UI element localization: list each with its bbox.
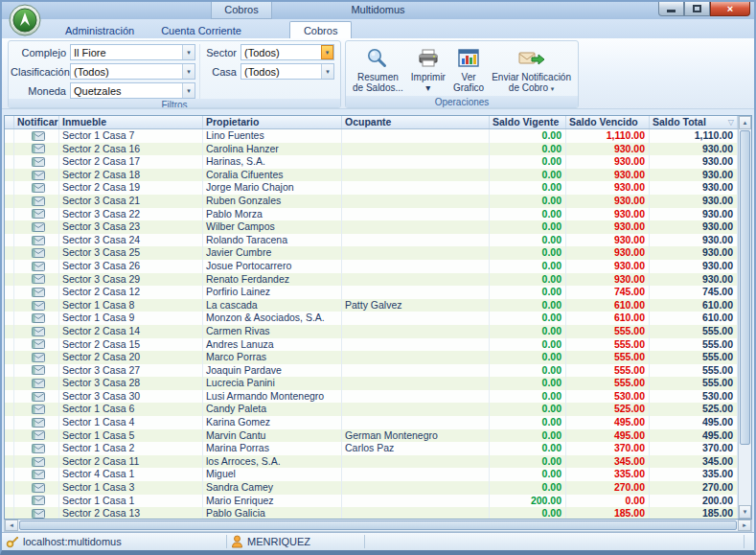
table-row[interactable]: Sector 2 Casa 14 Carmen Rivas 0.00 555.0… bbox=[5, 325, 738, 338]
notificar-cell[interactable] bbox=[14, 377, 59, 390]
table-row[interactable]: Sector 3 Casa 23 Wilber Campos 0.00 930.… bbox=[5, 220, 738, 234]
notificar-cell[interactable] bbox=[14, 246, 59, 260]
propietario-cell: Karina Gomez bbox=[203, 416, 342, 429]
notificar-cell[interactable] bbox=[14, 273, 59, 287]
notificar-cell[interactable] bbox=[14, 481, 59, 495]
table-row[interactable]: Sector 2 Casa 20 Marco Porras 0.00 555.0… bbox=[5, 351, 738, 364]
table-row[interactable]: Sector 1 Casa 8 La cascada Patty Galvez … bbox=[5, 299, 738, 312]
column-header-inmueble[interactable]: Inmueble bbox=[59, 116, 203, 128]
notificar-cell[interactable] bbox=[14, 468, 59, 481]
tab-cuenta-corriente[interactable]: Cuenta Corriente bbox=[148, 22, 255, 38]
column-header-ocupante[interactable]: Ocupante bbox=[342, 116, 490, 128]
table-row[interactable]: Sector 2 Casa 11 los Arroces, S.A. 0.00 … bbox=[5, 455, 738, 469]
notificar-cell[interactable] bbox=[14, 455, 59, 469]
notificar-cell[interactable] bbox=[14, 507, 59, 519]
notificar-cell[interactable] bbox=[14, 299, 59, 312]
table-row[interactable]: Sector 3 Casa 22 Pablo Morza 0.00 930.00… bbox=[5, 208, 738, 221]
notificar-cell[interactable] bbox=[14, 495, 59, 508]
table-row[interactable]: Sector 2 Casa 15 Andres Lanuza 0.00 555.… bbox=[5, 338, 738, 352]
table-row[interactable]: Sector 1 Casa 3 Sandra Camey 0.00 270.00… bbox=[5, 481, 738, 495]
notificar-cell[interactable] bbox=[14, 143, 59, 156]
horizontal-scrollbar[interactable]: ◄ ► bbox=[4, 520, 752, 532]
notificar-cell[interactable] bbox=[14, 312, 59, 325]
table-row[interactable]: Sector 3 Casa 29 Renato Ferdandez 0.00 9… bbox=[5, 273, 738, 287]
notificar-cell[interactable] bbox=[14, 403, 59, 416]
resumen-de-saldos-button[interactable]: Resumen de Saldos... bbox=[350, 43, 406, 96]
table-row[interactable]: Sector 1 Casa 2 Marina Porras Carlos Paz… bbox=[5, 442, 738, 455]
table-row[interactable]: Sector 2 Casa 17 Harinas, S.A. 0.00 930.… bbox=[5, 155, 738, 169]
chevron-down-icon[interactable]: ▾ bbox=[321, 45, 333, 59]
table-row[interactable]: Sector 2 Casa 16 Carolina Hanzer 0.00 93… bbox=[5, 143, 738, 156]
sector-combobox[interactable]: (Todos) ▾ bbox=[241, 44, 334, 60]
column-header-saldo-vencido[interactable]: Saldo Vencido bbox=[566, 116, 650, 128]
chevron-down-icon[interactable]: ▾ bbox=[321, 64, 333, 79]
table-row[interactable]: Sector 3 Casa 21 Ruben Gonzales 0.00 930… bbox=[5, 195, 738, 208]
column-header-propietario[interactable]: Propietario bbox=[203, 116, 342, 128]
close-button[interactable]: × bbox=[710, 2, 750, 16]
notificar-cell[interactable] bbox=[14, 181, 59, 195]
notificar-cell[interactable] bbox=[14, 208, 59, 221]
notificar-cell[interactable] bbox=[14, 220, 59, 234]
notificar-cell[interactable] bbox=[14, 129, 59, 143]
moneda-combobox[interactable]: Quetzales ▾ bbox=[70, 82, 195, 99]
enviar-notificacion-button[interactable]: Enviar Notificación de Cobro ▾ bbox=[489, 43, 574, 96]
chevron-down-icon[interactable]: ▾ bbox=[182, 45, 195, 59]
clasificacion-combobox[interactable]: (Todos) ▾ bbox=[70, 63, 195, 80]
scroll-right-button[interactable]: ► bbox=[738, 520, 751, 531]
vertical-scroll-thumb[interactable] bbox=[740, 130, 750, 445]
casa-combobox[interactable]: (Todos) ▾ bbox=[241, 63, 334, 80]
column-header-saldo-vigente[interactable]: Saldo Vigente bbox=[490, 116, 566, 128]
notificar-cell[interactable] bbox=[14, 351, 59, 364]
notificar-cell[interactable] bbox=[14, 169, 59, 182]
notificar-cell[interactable] bbox=[14, 390, 59, 404]
table-row[interactable]: Sector 3 Casa 30 Lusi Armando Montenegro… bbox=[5, 390, 738, 404]
chevron-down-icon[interactable]: ▾ bbox=[182, 83, 195, 98]
scroll-up-button[interactable]: ▲ bbox=[739, 116, 751, 129]
table-row[interactable]: Sector 3 Casa 24 Rolando Taracena 0.00 9… bbox=[5, 234, 738, 247]
notificar-cell[interactable] bbox=[14, 260, 59, 273]
table-row[interactable]: Sector 3 Casa 26 Josue Portocarrero 0.00… bbox=[5, 260, 738, 273]
chevron-down-icon[interactable]: ▾ bbox=[182, 64, 195, 79]
application-menu-button[interactable] bbox=[9, 4, 41, 36]
ver-grafico-button[interactable]: Ver Grafico bbox=[450, 43, 487, 96]
vertical-scrollbar[interactable]: ▲ ▼ bbox=[738, 116, 751, 519]
table-row[interactable]: Sector 1 Casa 7 Lino Fuentes 0.00 1,110.… bbox=[5, 129, 738, 143]
notificar-cell[interactable] bbox=[14, 234, 59, 247]
notificar-cell[interactable] bbox=[14, 416, 59, 429]
notificar-cell[interactable] bbox=[14, 338, 59, 352]
column-header-notificar[interactable]: Notificar bbox=[14, 116, 59, 128]
table-row[interactable]: Sector 2 Casa 13 Pablo Galicia 0.00 185.… bbox=[5, 507, 738, 519]
table-row[interactable]: Sector 2 Casa 19 Jorge Mario Chajon 0.00… bbox=[5, 181, 738, 195]
tab-administracion[interactable]: Administración bbox=[52, 22, 148, 38]
table-row[interactable]: Sector 3 Casa 28 Lucrecia Panini 0.00 55… bbox=[5, 377, 738, 390]
horizontal-scroll-thumb[interactable] bbox=[19, 520, 737, 530]
notificar-cell[interactable] bbox=[14, 195, 59, 208]
table-row[interactable]: Sector 1 Casa 6 Candy Paleta 0.00 525.00… bbox=[5, 403, 738, 416]
complejo-combobox[interactable]: Il Fiore ▾ bbox=[70, 44, 195, 60]
table-row[interactable]: Sector 3 Casa 25 Javier Cumbre 0.00 930.… bbox=[5, 246, 738, 260]
scroll-left-button[interactable]: ◄ bbox=[5, 520, 18, 531]
row-indicator-cell bbox=[5, 169, 14, 182]
table-row[interactable]: Sector 1 Casa 9 Monzon & Asociados, S.A.… bbox=[5, 312, 738, 325]
table-row[interactable]: Sector 1 Casa 4 Karina Gomez 0.00 495.00… bbox=[5, 416, 738, 429]
table-row[interactable]: Sector 4 Casa 1 Miguel 0.00 335.00 335.0… bbox=[5, 468, 738, 481]
scroll-down-button[interactable]: ▼ bbox=[739, 505, 751, 519]
table-row[interactable]: Sector 3 Casa 27 Joaquin Pardave 0.00 55… bbox=[5, 364, 738, 378]
notificar-cell[interactable] bbox=[14, 364, 59, 378]
notificar-cell[interactable] bbox=[14, 429, 59, 443]
minimize-button[interactable] bbox=[658, 2, 684, 16]
maximize-button[interactable] bbox=[684, 2, 710, 16]
notificar-cell[interactable] bbox=[14, 442, 59, 455]
notificar-cell[interactable] bbox=[14, 325, 59, 338]
column-header-saldo-total[interactable]: Saldo Total ▽ bbox=[650, 116, 738, 128]
notificar-cell[interactable] bbox=[14, 155, 59, 169]
table-row[interactable]: Sector 1 Casa 5 Marvin Cantu German Mont… bbox=[5, 429, 738, 443]
imprimir-button[interactable]: Imprimir ▾ bbox=[408, 43, 448, 96]
operaciones-group-caption: Operaciones bbox=[346, 96, 578, 108]
table-row[interactable]: Sector 1 Casa 1 Mario Enriquez 200.00 0.… bbox=[5, 495, 738, 508]
table-row[interactable]: Sector 2 Casa 12 Porfirio Lainez 0.00 74… bbox=[5, 286, 738, 299]
table-row[interactable]: Sector 2 Casa 18 Coralia Cifuentes 0.00 … bbox=[5, 169, 738, 182]
notificar-cell[interactable] bbox=[14, 286, 59, 299]
tab-cobros[interactable]: Cobros bbox=[289, 21, 352, 38]
filter-icon[interactable]: ▽ bbox=[728, 116, 734, 128]
